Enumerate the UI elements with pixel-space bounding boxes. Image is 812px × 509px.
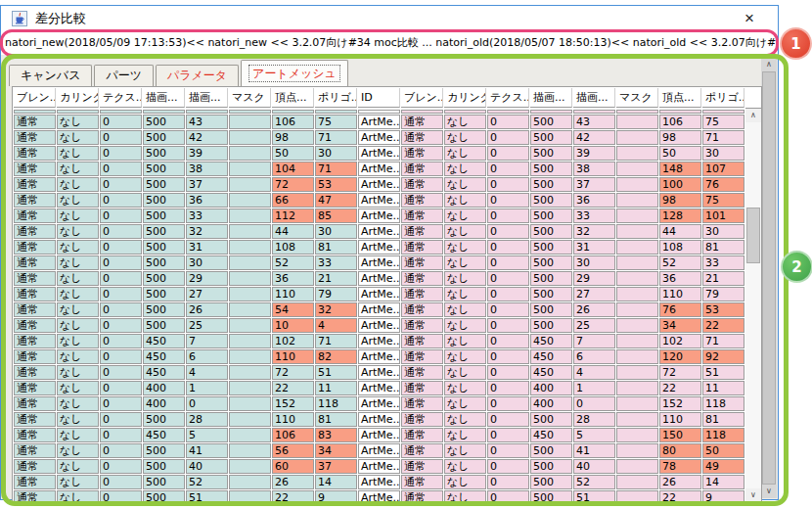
table-vertical-scrollbar[interactable]: ∧ ∨ [745, 87, 761, 502]
column-header[interactable]: 描画... [530, 88, 572, 108]
column-header[interactable]: ポリゴ... [702, 88, 744, 108]
cell: 7 [186, 334, 228, 348]
title-bar[interactable]: 差分比較 × [1, 6, 778, 31]
pane-scroll-up-icon[interactable]: ∧ [761, 58, 777, 71]
cell: 33 [573, 208, 615, 223]
cell: 450 [143, 349, 185, 364]
table-row-clipped[interactable] [14, 110, 744, 114]
column-header[interactable]: 頂点... [659, 88, 701, 108]
close-button[interactable]: × [735, 7, 764, 30]
pane-vertical-scrollbar[interactable]: ∧ ∨ [761, 58, 777, 498]
pane-scroll-down-icon[interactable]: ∨ [761, 485, 777, 498]
tab-artmesh[interactable]: アートメッシュ [241, 60, 348, 86]
table-row[interactable]: 通常なし0500522614ArtMe...通常なし0500522614 [14, 475, 744, 489]
scroll-up-icon[interactable]: ∧ [745, 109, 761, 122]
cell: 500 [143, 490, 185, 502]
cell: 500 [143, 130, 185, 145]
table-row[interactable]: 通常なし0500377253ArtMe...通常なし05003710076 [14, 177, 744, 192]
column-header[interactable]: ブレン... [401, 88, 443, 108]
column-header[interactable]: テクス... [487, 88, 529, 108]
scroll-down-icon[interactable]: ∨ [745, 488, 761, 502]
column-header[interactable]: ID [358, 88, 400, 108]
cell: 71 [702, 334, 744, 348]
column-header[interactable]: マスク [616, 88, 658, 108]
column-header[interactable]: 描画... [573, 88, 615, 108]
table-row[interactable]: 通常なし045047251ArtMe...通常なし045047251 [14, 365, 744, 380]
table-row[interactable]: 通常なし0500265432ArtMe...通常なし0500267653 [14, 302, 744, 317]
table-row[interactable]: 通常なし05004310675ArtMe...通常なし05004310675 [14, 115, 744, 129]
cell: 52 [272, 255, 314, 270]
table-row[interactable]: 通常なし05003810471ArtMe...通常なし050038148107 [14, 162, 744, 176]
cell: 71 [315, 334, 357, 348]
cell: 14 [315, 475, 357, 489]
cell: 82 [315, 349, 357, 364]
cell: ArtMe... [358, 224, 400, 239]
cell: 450 [530, 365, 572, 380]
table-row[interactable]: 通常なし0450510683ArtMe...通常なし04505150118 [14, 428, 744, 442]
tab-parameter[interactable]: パラメータ [156, 65, 239, 86]
column-header[interactable]: ポリゴ... [315, 88, 357, 108]
column-header[interactable]: 描画... [186, 88, 228, 108]
cell [229, 177, 271, 192]
cell: 通常 [14, 130, 56, 145]
cell: 500 [530, 318, 572, 333]
cell: 49 [702, 459, 744, 474]
cell: なし [444, 318, 486, 333]
cell: 通常 [401, 240, 443, 254]
table-row[interactable]: 通常なし0500366647ArtMe...通常なし0500369875 [14, 193, 744, 208]
table-row[interactable]: 通常なし050025104ArtMe...通常なし0500253422 [14, 318, 744, 333]
cell: 75 [702, 193, 744, 208]
cell: なし [57, 412, 99, 427]
cell [616, 177, 658, 192]
cell: なし [444, 428, 486, 442]
pane-scrollbar-thumb[interactable] [762, 71, 776, 485]
cell: 通常 [401, 349, 443, 364]
table-row[interactable]: 通常なし04000152118ArtMe...通常なし04000152118 [14, 396, 744, 411]
table-row[interactable]: 通常なし050051229ArtMe...通常なし050051229 [14, 490, 744, 502]
cell: 0 [487, 240, 529, 254]
pane-scrollbar-track[interactable] [761, 71, 777, 485]
table-row[interactable]: 通常なし0500305233ArtMe...通常なし0500305233 [14, 255, 744, 270]
cell: なし [57, 490, 99, 502]
column-header[interactable]: カリング [57, 88, 99, 108]
column-header[interactable]: テクス... [100, 88, 142, 108]
column-header[interactable]: カリング [444, 88, 486, 108]
cell: 106 [272, 115, 314, 129]
table-row[interactable]: 通常なし05003311285ArtMe...通常なし050033128101 [14, 208, 744, 223]
scrollbar-thumb[interactable] [746, 208, 760, 263]
tab-canvas[interactable]: キャンバス [9, 65, 92, 86]
cell: 450 [143, 365, 185, 380]
column-header[interactable]: 描画... [143, 88, 185, 108]
tab-parts[interactable]: パーツ [94, 65, 154, 86]
cell: なし [57, 459, 99, 474]
cell: 4 [573, 365, 615, 380]
cell: 40 [573, 459, 615, 474]
table-row[interactable]: 通常なし0450710271ArtMe...通常なし0450710271 [14, 334, 744, 348]
column-header[interactable]: マスク [229, 88, 271, 108]
scrollbar-track[interactable] [745, 122, 761, 488]
table-row[interactable]: 通常なし05003110881ArtMe...通常なし05003110881 [14, 240, 744, 254]
table-row[interactable]: 通常なし05002711079ArtMe...通常なし05002711079 [14, 287, 744, 301]
cell [530, 110, 572, 114]
table-row[interactable]: 通常なし0500415634ArtMe...通常なし0500418050 [14, 443, 744, 458]
diff-table-body: 通常なし05004310675ArtMe...通常なし05004310675通常… [14, 110, 744, 502]
cell: 0 [100, 302, 142, 317]
table-row[interactable]: 通常なし0500324430ArtMe...通常なし0500324430 [14, 224, 744, 239]
cell: 80 [659, 443, 701, 458]
cell: なし [444, 490, 486, 502]
cell: なし [444, 271, 486, 286]
cell: 0 [487, 193, 529, 208]
table-viewport[interactable]: 通常なし05004310675ArtMe...通常なし05004310675通常… [13, 109, 745, 502]
table-row[interactable]: 通常なし0500429871ArtMe...通常なし0500429871 [14, 130, 744, 145]
cell [616, 490, 658, 502]
table-row[interactable]: 通常なし05002811081ArtMe...通常なし05002811081 [14, 412, 744, 427]
table-row[interactable]: 通常なし040012211ArtMe...通常なし040012211 [14, 381, 744, 395]
column-header[interactable]: ブレン... [14, 88, 56, 108]
cell: なし [57, 428, 99, 442]
table-row[interactable]: 通常なし0500293621ArtMe...通常なし0500293621 [14, 271, 744, 286]
table-row[interactable]: 通常なし0500395030ArtMe...通常なし0500395030 [14, 146, 744, 161]
table-row[interactable]: 通常なし0500406037ArtMe...通常なし0500407849 [14, 459, 744, 474]
table-row[interactable]: 通常なし0450611082ArtMe...通常なし0450612092 [14, 349, 744, 364]
cell: 0 [100, 240, 142, 254]
column-header[interactable]: 頂点... [272, 88, 314, 108]
